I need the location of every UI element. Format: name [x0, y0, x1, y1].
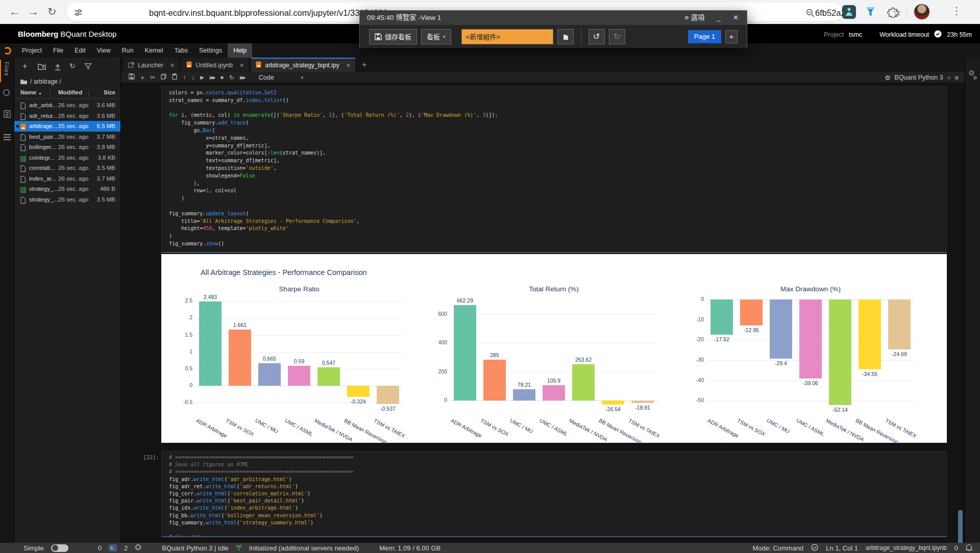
file-row[interactable]: strategy_...26 sec. ago3.5 MB	[14, 194, 120, 205]
page-1-button[interactable]: Page 1	[688, 30, 721, 43]
forward-icon[interactable]: →	[28, 5, 39, 19]
cell-type-chevron-icon[interactable]: ▾	[301, 75, 304, 80]
bar-mediatek-nvda[interactable]	[829, 299, 851, 405]
menu-item-kernel[interactable]: Kernel	[139, 43, 168, 58]
code-cell-1[interactable]: colors = px.colors.qualitative.Set2strat…	[161, 86, 947, 253]
tune-icon[interactable]	[74, 8, 83, 19]
new-tab-button[interactable]: +	[358, 58, 371, 72]
tab-arbitrage-strategy-bqnt-ipy[interactable]: arbitrage_strategy_bqnt.ipy✕	[251, 58, 355, 72]
bar-mediatek-nvda[interactable]	[317, 367, 340, 386]
column-size[interactable]: Size	[104, 89, 115, 95]
notebook-scrollbar[interactable]	[958, 83, 964, 543]
dialog-minimize-button[interactable]: _	[717, 11, 721, 25]
accessibility-extension-icon[interactable]	[842, 5, 856, 21]
zoom-out-icon[interactable]	[805, 8, 815, 20]
copy-cell-icon[interactable]	[161, 72, 166, 83]
refresh-icon[interactable]: ↻	[47, 5, 57, 19]
undo-button[interactable]: ↺	[589, 29, 605, 44]
menu-item-project[interactable]: Project	[16, 43, 47, 58]
menu-item-tabs[interactable]: Tabs	[169, 43, 193, 58]
document-browser-icon[interactable]	[4, 110, 11, 120]
editor-mode[interactable]: Mode: Command	[752, 544, 803, 552]
bar-tsm-vs-taiex[interactable]	[631, 400, 654, 403]
bar-bb-mean-reversion[interactable]	[347, 386, 370, 397]
dialog-close-button[interactable]: ✕	[733, 11, 739, 25]
bar-tsm-vs-sox[interactable]	[740, 299, 763, 325]
menu-item-run[interactable]: Run	[116, 43, 139, 58]
running-sessions-icon[interactable]	[3, 89, 10, 96]
sort-asc-icon[interactable]: ▲	[38, 91, 42, 95]
bar-tsm-vs-taiex[interactable]	[377, 386, 399, 404]
funnel-extension-icon[interactable]	[865, 6, 876, 20]
files-tab-label[interactable]: Files	[4, 62, 10, 76]
bar-bb-mean-reversion[interactable]	[602, 400, 624, 404]
close-icon[interactable]: ✕	[346, 62, 351, 69]
tab-untitled-ipynb[interactable]: Untitled.ipynb✕	[182, 58, 249, 72]
new-launcher-icon[interactable]: +	[22, 62, 27, 71]
menu-item-file[interactable]: File	[47, 43, 69, 58]
scrollbar-thumb[interactable]	[958, 510, 963, 546]
active-file-name[interactable]: arbitrage_strategy_bqnt.ipynb	[866, 544, 947, 551]
bar-umc-asml[interactable]	[543, 385, 565, 400]
menu-item-help[interactable]: Help	[228, 43, 252, 58]
notebook-scroll-area[interactable]: colors = px.colors.qualitative.Set2strat…	[121, 83, 965, 543]
close-icon[interactable]: ✕	[170, 62, 175, 69]
open-folder-button[interactable]	[557, 29, 574, 44]
bar-tsm-vs-sox[interactable]	[229, 330, 251, 386]
code-cell-2[interactable]: # ======================================…	[161, 451, 947, 537]
file-row[interactable]: index_ar...26 sec. ago3.7 MB	[14, 173, 120, 184]
bar-bb-mean-reversion[interactable]	[859, 299, 881, 369]
bar-umc-asml[interactable]	[799, 299, 822, 379]
bar-adr-arbitrage[interactable]	[454, 305, 476, 400]
file-row[interactable]: strategy_...26 sec. ago486 B	[14, 184, 120, 194]
move-cell-down-icon[interactable]: ↓	[191, 72, 194, 83]
back-icon[interactable]: ←	[9, 5, 20, 19]
close-icon[interactable]: ✕	[239, 62, 244, 69]
file-row[interactable]: correlati...26 sec. ago3.5 MB	[14, 163, 120, 173]
bell-icon[interactable]	[966, 544, 972, 552]
refresh-files-icon[interactable]: ↻	[69, 62, 76, 70]
file-row[interactable]: bollinger...26 sec. ago3.8 MB	[14, 142, 120, 153]
bquant-logo-icon[interactable]	[4, 47, 11, 55]
dialog-options-menu[interactable]: ≡ 選項	[685, 11, 705, 25]
browser-menu-icon[interactable]: ⋮	[951, 5, 962, 17]
new-folder-icon[interactable]	[38, 63, 46, 71]
file-row[interactable]: arbitrage...25 sec. ago6.5 MB	[14, 121, 120, 132]
filter-files-icon[interactable]	[85, 63, 91, 70]
column-name[interactable]: Name	[20, 89, 36, 95]
redo-button[interactable]: ↻	[609, 29, 625, 44]
bar-umc-mu[interactable]	[513, 389, 535, 400]
add-cell-icon[interactable]: +	[140, 72, 144, 83]
upload-icon[interactable]	[54, 63, 61, 71]
board-dropdown-button[interactable]: 看板 ▾	[421, 29, 451, 44]
menu-item-settings[interactable]: Settings	[193, 43, 228, 58]
menu-item-view[interactable]: View	[91, 43, 116, 58]
bar-umc-mu[interactable]	[258, 363, 281, 386]
bar-adr-arbitrage[interactable]	[199, 301, 222, 386]
bar-tsm-vs-taiex[interactable]	[888, 299, 911, 349]
save-board-button[interactable]: 儲存看板	[369, 29, 417, 44]
file-row[interactable]: adr_arbit...26 sec. ago3.6 MB	[14, 100, 120, 111]
cell-type-select[interactable]: Code	[259, 74, 274, 81]
kernel-name[interactable]: BQuant Python 3	[895, 74, 943, 81]
bar-tsm-vs-sox[interactable]	[483, 360, 506, 400]
bar-umc-asml[interactable]	[288, 366, 310, 386]
bar-adr-arbitrage[interactable]	[710, 299, 733, 335]
save-icon[interactable]	[129, 72, 135, 83]
breadcrumb[interactable]: / arbitrage /	[20, 78, 61, 85]
move-cell-up-icon[interactable]: ↑	[183, 72, 186, 83]
column-modified[interactable]: Modified	[58, 89, 82, 95]
bar-mediatek-nvda[interactable]	[572, 364, 595, 400]
restart-run-all-icon[interactable]: ▶▶	[240, 72, 245, 83]
profile-avatar[interactable]	[914, 4, 930, 20]
table-of-contents-icon[interactable]	[4, 134, 11, 142]
dialog-title-bar[interactable]: 09:45:40 博覽家 -View 1 ≡ 選項 _ ✕	[360, 11, 747, 25]
cut-cell-icon[interactable]: ✂	[150, 72, 155, 83]
restart-kernel-icon[interactable]: ↻	[229, 72, 234, 83]
bar-umc-mu[interactable]	[770, 299, 792, 359]
add-page-button[interactable]: +	[725, 30, 738, 43]
kernel-menu-icon[interactable]: ≡	[954, 74, 959, 82]
terminal-icon[interactable]: $_	[109, 544, 117, 551]
file-row[interactable]: adr_retur...26 sec. ago3.6 MB	[14, 111, 120, 121]
paste-cell-icon[interactable]	[172, 72, 177, 83]
